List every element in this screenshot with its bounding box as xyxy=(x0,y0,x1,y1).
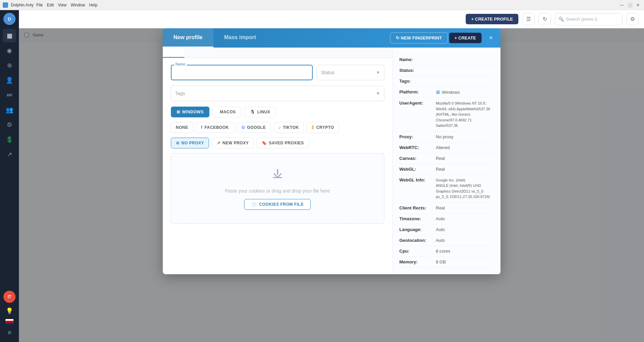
cookie-drop-zone[interactable]: Paste your cookies or drag and drop your… xyxy=(171,153,384,224)
filter-button[interactable]: ☰ xyxy=(522,13,535,25)
close-window-button[interactable]: ✕ xyxy=(635,2,641,8)
sidebar-item-export[interactable]: ↗ xyxy=(3,148,16,161)
linux-icon: 🐧 xyxy=(250,110,255,114)
info-label-client-rects: Client Rects: xyxy=(400,205,433,210)
menu-edit[interactable]: Edit xyxy=(47,3,54,7)
search-box[interactable]: 🔍 Search (press /) xyxy=(555,13,622,25)
crypto-icon: ₿ xyxy=(312,125,314,130)
language-flag[interactable] xyxy=(5,319,14,324)
file-icon: 📄 xyxy=(251,202,257,207)
info-row-webgl: WebGL: Real xyxy=(400,164,494,175)
name-label: Name xyxy=(174,62,187,66)
menu-file[interactable]: File xyxy=(36,3,43,7)
new-profile-modal: New profile Mass import ↻ NEW FINGERPRIN… xyxy=(163,28,500,274)
sidebar-item-billing[interactable]: 💲 xyxy=(3,133,16,146)
info-label-webgl: WebGL: xyxy=(400,167,433,172)
info-row-webrtc: WebRTC: Altered xyxy=(400,142,494,153)
tiktok-icon: ♪ xyxy=(279,125,281,130)
maximize-button[interactable]: ⬜ xyxy=(626,2,633,8)
info-label-proxy: Proxy: xyxy=(400,134,433,139)
info-row-name: Name: xyxy=(400,54,494,65)
info-label-status: Status: xyxy=(400,68,433,73)
create-profile-button[interactable]: + CREATE PROFILE xyxy=(466,14,518,24)
os-linux-button[interactable]: 🐧 LINUX xyxy=(244,107,276,117)
sidebar: D ▦ ◉ ⊕ 👤 API 👥 ⚙ 💲 ↗ IT 💡 ⚙ xyxy=(0,10,19,342)
sidebar-item-tips[interactable]: 💡 xyxy=(3,304,16,318)
site-google-button[interactable]: G GOOGLE xyxy=(237,122,271,133)
site-tiktok-button[interactable]: ♪ TIKTOK xyxy=(274,122,304,133)
info-value-webgl: Real xyxy=(436,167,494,172)
info-value-language: Auto xyxy=(436,227,494,232)
sidebar-item-users[interactable]: 👤 xyxy=(3,74,16,87)
info-row-tags: Tags: xyxy=(400,76,494,87)
user-avatar[interactable]: IT xyxy=(3,291,16,303)
windows-logo-icon: ⊞ xyxy=(436,89,440,95)
menu-window[interactable]: Window xyxy=(71,3,85,7)
new-fingerprint-button[interactable]: ↻ NEW FINGERPRINT xyxy=(390,32,448,44)
site-none-button[interactable]: NONE xyxy=(171,122,194,133)
app-container: D ▦ ◉ ⊕ 👤 API 👥 ⚙ 💲 ↗ IT 💡 ⚙ + CREATE PR… xyxy=(0,10,644,342)
table-area: Name New profile Mass import ↻ NEW FINGE… xyxy=(19,28,644,342)
tab-new-profile[interactable]: New profile xyxy=(163,28,213,48)
info-row-status: Status: xyxy=(400,65,494,76)
app-icon xyxy=(3,2,8,8)
info-label-canvas: Canvas: xyxy=(400,156,433,161)
no-proxy-button[interactable]: ⊘ NO PROXY xyxy=(171,138,209,148)
info-row-proxy: Proxy: No proxy xyxy=(400,132,494,142)
sidebar-item-settings[interactable]: ⚙ xyxy=(3,118,16,132)
saved-proxies-button[interactable]: 🔖 SAVED PROXIES xyxy=(257,138,309,148)
info-row-webgl-info: WebGL Info: Google Inc. (Intel) ANGLE (I… xyxy=(400,175,494,203)
sidebar-item-messages[interactable]: ◉ xyxy=(3,44,16,57)
titlebar: Dolphin Anty File Edit View Window Help … xyxy=(0,0,644,10)
info-value-name xyxy=(436,57,494,62)
name-input[interactable] xyxy=(171,65,313,80)
info-value-memory: 8 GB xyxy=(436,259,494,264)
tags-dropdown[interactable]: Tags xyxy=(171,86,384,101)
os-buttons: ⊞ WINDOWS MACOS 🐧 LINU xyxy=(171,107,384,117)
info-label-webrtc: WebRTC: xyxy=(400,145,433,150)
sub-tabs xyxy=(163,48,392,58)
info-label-cpu: Cpu: xyxy=(400,249,433,254)
info-label-geolocation: Geolocation: xyxy=(400,238,433,243)
column-settings-button[interactable]: ⚙ xyxy=(626,13,639,25)
os-windows-button[interactable]: ⊞ WINDOWS xyxy=(171,107,210,117)
info-row-canvas: Canvas: Real xyxy=(400,153,494,164)
modal-close-button[interactable]: × xyxy=(486,33,496,44)
sub-tab-additional[interactable] xyxy=(184,48,206,58)
info-value-useragent: Mozilla/5.0 (Windows NT 10.0; Win64; x64… xyxy=(436,101,494,129)
minimize-button[interactable]: — xyxy=(618,2,625,8)
modal-body: Name Status ▼ xyxy=(163,48,500,274)
info-row-platform: Platform: ⊞ Windows xyxy=(400,87,494,98)
sidebar-item-bookmarks[interactable]: ⊕ xyxy=(3,59,16,72)
sub-tab-user-data[interactable] xyxy=(206,48,228,58)
info-label-webgl-info: WebGL Info: xyxy=(400,177,433,200)
sub-tab-general[interactable] xyxy=(163,48,184,58)
info-row-timezone: Timezone: Auto xyxy=(400,213,494,224)
info-label-timezone: Timezone: xyxy=(400,216,433,221)
menu-help[interactable]: Help xyxy=(89,3,98,7)
modal-overlay: New profile Mass import ↻ NEW FINGERPRIN… xyxy=(19,28,644,342)
info-value-timezone: Auto xyxy=(436,216,494,221)
no-proxy-icon: ⊘ xyxy=(176,141,180,145)
sidebar-item-account[interactable]: 👥 xyxy=(3,103,16,117)
tab-mass-import[interactable]: Mass import xyxy=(213,28,267,48)
refresh-button[interactable]: ↻ xyxy=(539,13,551,25)
sidebar-item-bottom-settings[interactable]: ⚙ xyxy=(3,326,16,339)
menu-view[interactable]: View xyxy=(58,3,67,7)
site-crypto-button[interactable]: ₿ CRYPTO xyxy=(307,122,339,133)
main-content: + CREATE PROFILE ☰ ↻ 🔍 Search (press /) … xyxy=(19,10,644,342)
new-proxy-button[interactable]: ↗ NEW PROXY xyxy=(212,138,254,148)
info-label-useragent: UserAgent: xyxy=(400,101,433,129)
sidebar-item-profiles[interactable]: ▦ xyxy=(3,29,16,42)
info-row-memory: Memory: 8 GB xyxy=(400,257,494,267)
sidebar-item-api[interactable]: API xyxy=(3,88,16,102)
create-button[interactable]: + CREATE xyxy=(449,33,482,43)
cookies-from-file-button[interactable]: 📄 COOKIES FROM FILE xyxy=(244,199,311,210)
info-label-platform: Platform: xyxy=(400,89,433,95)
menu-bar: File Edit View Window Help xyxy=(36,3,97,7)
windows-icon: ⊞ xyxy=(177,110,180,114)
status-select[interactable]: Status xyxy=(317,65,384,80)
site-facebook-button[interactable]: f FACEBOOK xyxy=(196,122,234,133)
modal-header: New profile Mass import ↻ NEW FINGERPRIN… xyxy=(163,28,500,48)
os-macos-button[interactable]: MACOS xyxy=(212,107,241,117)
